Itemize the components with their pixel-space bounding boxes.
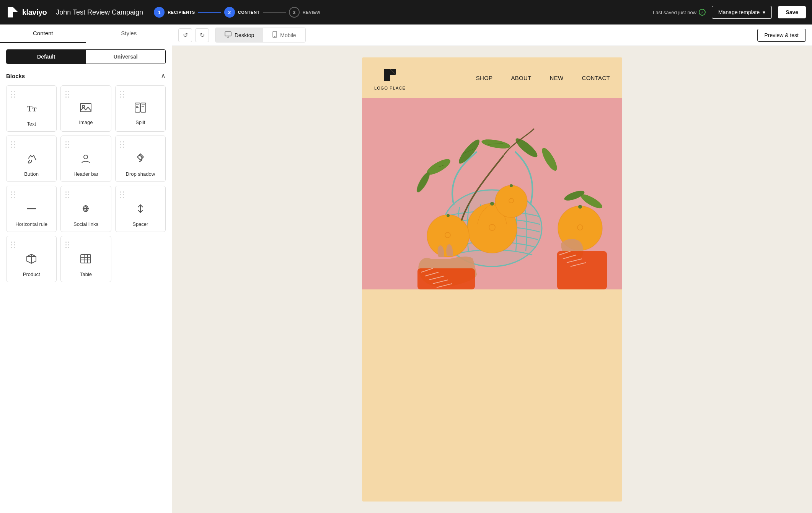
save-button[interactable]: Save — [778, 6, 806, 18]
table-block-icon — [80, 253, 92, 268]
email-canvas: LOGO PLACE SHOP ABOUT NEW CONTACT — [362, 57, 622, 502]
text-block-icon: Tт — [25, 102, 38, 117]
top-nav: klaviyo John Test Review Campaign 1 RECI… — [0, 0, 812, 25]
campaign-title: John Test Review Campaign — [56, 8, 143, 16]
block-table[interactable]: Table — [60, 236, 111, 282]
preview-test-button[interactable]: Preview & test — [757, 29, 806, 42]
block-social-links[interactable]: Social links — [60, 186, 111, 232]
split-block-icon — [134, 102, 147, 116]
blocks-grid: Tт Text — [6, 85, 166, 282]
right-toolbar: ↺ ↻ Desktop — [172, 25, 812, 46]
svg-text:Tт: Tт — [27, 104, 37, 113]
drag-handle-social-links — [65, 191, 70, 199]
block-button[interactable]: Button — [6, 136, 57, 182]
block-drop-shadow-label: Drop shadow — [126, 171, 155, 177]
drag-handle-text — [11, 91, 16, 98]
block-button-label: Button — [24, 171, 39, 177]
drag-handle-horizontal-rule — [11, 191, 16, 199]
email-nav-new: NEW — [550, 75, 564, 81]
block-social-links-label: Social links — [73, 221, 98, 227]
drag-handle-spacer — [120, 191, 125, 199]
block-spacer-label: Spacer — [132, 221, 148, 227]
blocks-title: Blocks — [6, 73, 25, 79]
drag-handle-product — [11, 242, 16, 249]
default-view-button[interactable]: Default — [7, 50, 86, 64]
block-drop-shadow[interactable]: Drop shadow — [115, 136, 166, 182]
tab-content[interactable]: Content — [0, 25, 86, 43]
svg-point-41 — [490, 202, 494, 206]
undo-icon: ↺ — [183, 31, 188, 39]
redo-button[interactable]: ↻ — [195, 28, 209, 42]
header-bar-block-icon — [80, 152, 92, 167]
svg-point-43 — [578, 205, 582, 209]
block-horizontal-rule[interactable]: Horizontal rule — [6, 186, 57, 232]
block-header-bar[interactable]: Header bar — [60, 136, 111, 182]
universal-view-button[interactable]: Universal — [86, 50, 166, 64]
klaviyo-name: klaviyo — [22, 8, 47, 17]
horizontal-rule-block-icon — [25, 203, 38, 217]
svg-rect-9 — [142, 105, 145, 105]
svg-rect-57 — [557, 251, 607, 289]
svg-rect-22 — [225, 32, 231, 36]
block-horizontal-rule-label: Horizontal rule — [15, 221, 47, 227]
drag-handle-image — [65, 91, 70, 98]
email-footer-space — [362, 289, 622, 297]
email-nav-contact: CONTACT — [582, 75, 610, 81]
email-hero-image — [362, 98, 622, 289]
logo-area: klaviyo — [6, 5, 47, 19]
right-area: ↺ ↻ Desktop — [172, 25, 812, 513]
spacer-block-icon — [134, 203, 147, 217]
left-panel-tabs: Content Styles — [0, 25, 172, 43]
step-3[interactable]: 3 REVIEW — [289, 7, 321, 18]
block-split[interactable]: Split — [115, 85, 166, 132]
left-panel-body: Default Universal Blocks ∧ — [0, 43, 172, 513]
block-product[interactable]: Product — [6, 236, 57, 282]
svg-rect-6 — [136, 105, 139, 105]
tab-styles[interactable]: Styles — [86, 25, 172, 43]
block-spacer[interactable]: Spacer — [115, 186, 166, 232]
block-product-label: Product — [23, 271, 40, 277]
undo-button[interactable]: ↺ — [178, 28, 192, 42]
block-text[interactable]: Tт Text — [6, 85, 57, 132]
save-check-icon: ✓ — [699, 9, 706, 16]
step-1-circle: 1 — [154, 7, 165, 18]
email-header: LOGO PLACE SHOP ABOUT NEW CONTACT — [362, 57, 622, 98]
drag-handle-button — [11, 141, 16, 149]
blocks-collapse-icon[interactable]: ∧ — [161, 72, 166, 80]
email-logo-icon — [380, 65, 400, 85]
step-3-label: REVIEW — [303, 10, 321, 15]
desktop-view-button[interactable]: Desktop — [215, 28, 263, 42]
blocks-header: Blocks ∧ — [6, 72, 166, 80]
stepper: 1 RECIPIENTS 2 CONTENT 3 REVIEW — [154, 7, 320, 18]
step-1-label: RECIPIENTS — [168, 10, 195, 15]
mobile-icon — [272, 31, 277, 39]
desktop-icon — [225, 31, 232, 39]
view-mode-toggle: Default Universal — [6, 49, 166, 64]
step-1[interactable]: 1 RECIPIENTS — [154, 7, 195, 18]
svg-rect-56 — [417, 268, 475, 289]
redo-icon: ↻ — [200, 31, 205, 39]
drop-shadow-block-icon — [134, 152, 147, 167]
svg-point-26 — [275, 36, 276, 37]
save-status: Last saved just now ✓ — [653, 9, 706, 16]
email-nav-about: ABOUT — [511, 75, 531, 81]
svg-rect-1 — [80, 103, 91, 112]
block-text-label: Text — [27, 121, 36, 127]
canvas-area: LOGO PLACE SHOP ABOUT NEW CONTACT — [172, 46, 812, 513]
left-panel: Content Styles Default Universal Blocks … — [0, 25, 172, 513]
email-logo-text: LOGO PLACE — [374, 86, 406, 90]
block-image[interactable]: Image — [60, 85, 111, 132]
device-view-toggle: Desktop Mobile — [215, 28, 306, 42]
social-links-block-icon — [80, 203, 92, 217]
mobile-view-button[interactable]: Mobile — [263, 28, 305, 42]
manage-template-button[interactable]: Manage template ▾ — [712, 6, 772, 19]
step-2-label: CONTENT — [238, 10, 260, 15]
button-block-icon — [25, 152, 38, 167]
step-2[interactable]: 2 CONTENT — [224, 7, 260, 18]
email-nav: SHOP ABOUT NEW CONTACT — [476, 75, 610, 81]
email-logo: LOGO PLACE — [374, 65, 406, 90]
drag-handle-split — [120, 91, 125, 98]
svg-point-42 — [447, 214, 450, 217]
image-block-icon — [80, 102, 92, 116]
drag-handle-table — [65, 242, 70, 249]
